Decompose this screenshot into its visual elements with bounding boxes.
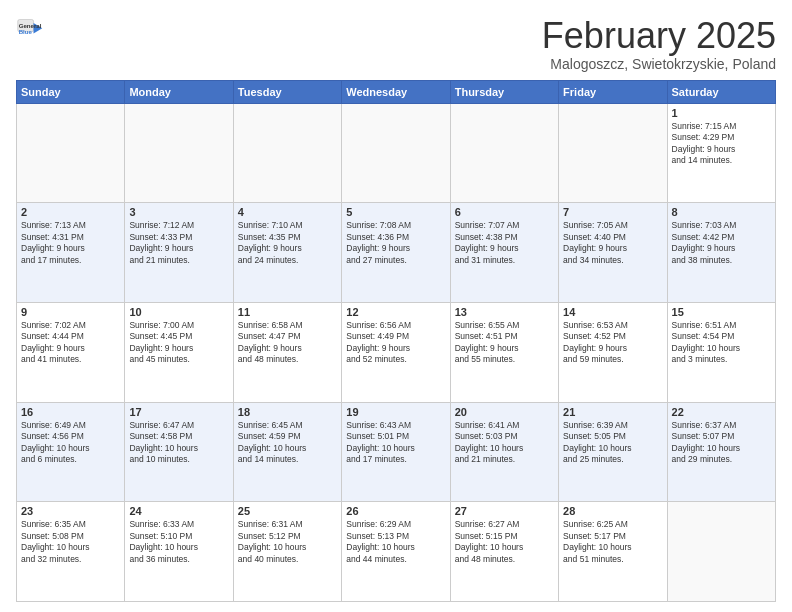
day-info: Sunrise: 7:10 AM Sunset: 4:35 PM Dayligh…	[238, 220, 337, 266]
table-row: 12Sunrise: 6:56 AM Sunset: 4:49 PM Dayli…	[342, 302, 450, 402]
logo: General Blue	[16, 16, 44, 44]
day-number: 4	[238, 206, 337, 218]
col-wednesday: Wednesday	[342, 80, 450, 103]
day-number: 18	[238, 406, 337, 418]
table-row: 5Sunrise: 7:08 AM Sunset: 4:36 PM Daylig…	[342, 203, 450, 303]
calendar-week-row: 1Sunrise: 7:15 AM Sunset: 4:29 PM Daylig…	[17, 103, 776, 203]
day-info: Sunrise: 6:35 AM Sunset: 5:08 PM Dayligh…	[21, 519, 120, 565]
day-info: Sunrise: 7:03 AM Sunset: 4:42 PM Dayligh…	[672, 220, 771, 266]
table-row: 7Sunrise: 7:05 AM Sunset: 4:40 PM Daylig…	[559, 203, 667, 303]
col-tuesday: Tuesday	[233, 80, 341, 103]
table-row: 26Sunrise: 6:29 AM Sunset: 5:13 PM Dayli…	[342, 502, 450, 602]
day-info: Sunrise: 6:25 AM Sunset: 5:17 PM Dayligh…	[563, 519, 662, 565]
day-info: Sunrise: 6:37 AM Sunset: 5:07 PM Dayligh…	[672, 420, 771, 466]
day-info: Sunrise: 6:41 AM Sunset: 5:03 PM Dayligh…	[455, 420, 554, 466]
day-info: Sunrise: 6:27 AM Sunset: 5:15 PM Dayligh…	[455, 519, 554, 565]
table-row: 21Sunrise: 6:39 AM Sunset: 5:05 PM Dayli…	[559, 402, 667, 502]
table-row: 2Sunrise: 7:13 AM Sunset: 4:31 PM Daylig…	[17, 203, 125, 303]
day-info: Sunrise: 7:08 AM Sunset: 4:36 PM Dayligh…	[346, 220, 445, 266]
day-number: 14	[563, 306, 662, 318]
month-title: February 2025	[542, 16, 776, 56]
day-info: Sunrise: 6:43 AM Sunset: 5:01 PM Dayligh…	[346, 420, 445, 466]
calendar-week-row: 2Sunrise: 7:13 AM Sunset: 4:31 PM Daylig…	[17, 203, 776, 303]
table-row: 17Sunrise: 6:47 AM Sunset: 4:58 PM Dayli…	[125, 402, 233, 502]
header: General Blue February 2025 Malogoszcz, S…	[16, 16, 776, 72]
calendar-table: Sunday Monday Tuesday Wednesday Thursday…	[16, 80, 776, 602]
day-number: 23	[21, 505, 120, 517]
day-number: 7	[563, 206, 662, 218]
table-row: 23Sunrise: 6:35 AM Sunset: 5:08 PM Dayli…	[17, 502, 125, 602]
table-row: 18Sunrise: 6:45 AM Sunset: 4:59 PM Dayli…	[233, 402, 341, 502]
day-number: 17	[129, 406, 228, 418]
table-row: 27Sunrise: 6:27 AM Sunset: 5:15 PM Dayli…	[450, 502, 558, 602]
page: General Blue February 2025 Malogoszcz, S…	[0, 0, 792, 612]
table-row	[125, 103, 233, 203]
table-row: 13Sunrise: 6:55 AM Sunset: 4:51 PM Dayli…	[450, 302, 558, 402]
calendar-header-row: Sunday Monday Tuesday Wednesday Thursday…	[17, 80, 776, 103]
day-number: 15	[672, 306, 771, 318]
day-info: Sunrise: 6:29 AM Sunset: 5:13 PM Dayligh…	[346, 519, 445, 565]
table-row: 1Sunrise: 7:15 AM Sunset: 4:29 PM Daylig…	[667, 103, 775, 203]
day-info: Sunrise: 6:47 AM Sunset: 4:58 PM Dayligh…	[129, 420, 228, 466]
day-info: Sunrise: 7:15 AM Sunset: 4:29 PM Dayligh…	[672, 121, 771, 167]
table-row	[667, 502, 775, 602]
day-info: Sunrise: 6:33 AM Sunset: 5:10 PM Dayligh…	[129, 519, 228, 565]
table-row: 28Sunrise: 6:25 AM Sunset: 5:17 PM Dayli…	[559, 502, 667, 602]
title-area: February 2025 Malogoszcz, Swietokrzyskie…	[542, 16, 776, 72]
day-info: Sunrise: 6:55 AM Sunset: 4:51 PM Dayligh…	[455, 320, 554, 366]
calendar-week-row: 23Sunrise: 6:35 AM Sunset: 5:08 PM Dayli…	[17, 502, 776, 602]
day-info: Sunrise: 6:49 AM Sunset: 4:56 PM Dayligh…	[21, 420, 120, 466]
table-row	[450, 103, 558, 203]
day-number: 8	[672, 206, 771, 218]
col-monday: Monday	[125, 80, 233, 103]
logo-icon: General Blue	[16, 16, 44, 44]
day-number: 1	[672, 107, 771, 119]
col-sunday: Sunday	[17, 80, 125, 103]
table-row	[233, 103, 341, 203]
day-info: Sunrise: 6:39 AM Sunset: 5:05 PM Dayligh…	[563, 420, 662, 466]
table-row: 14Sunrise: 6:53 AM Sunset: 4:52 PM Dayli…	[559, 302, 667, 402]
day-info: Sunrise: 6:45 AM Sunset: 4:59 PM Dayligh…	[238, 420, 337, 466]
day-number: 28	[563, 505, 662, 517]
day-number: 20	[455, 406, 554, 418]
day-number: 24	[129, 505, 228, 517]
day-number: 12	[346, 306, 445, 318]
table-row: 10Sunrise: 7:00 AM Sunset: 4:45 PM Dayli…	[125, 302, 233, 402]
day-number: 11	[238, 306, 337, 318]
day-number: 27	[455, 505, 554, 517]
table-row: 6Sunrise: 7:07 AM Sunset: 4:38 PM Daylig…	[450, 203, 558, 303]
location: Malogoszcz, Swietokrzyskie, Poland	[542, 56, 776, 72]
day-number: 16	[21, 406, 120, 418]
day-number: 25	[238, 505, 337, 517]
day-number: 3	[129, 206, 228, 218]
day-number: 6	[455, 206, 554, 218]
day-number: 5	[346, 206, 445, 218]
day-info: Sunrise: 7:00 AM Sunset: 4:45 PM Dayligh…	[129, 320, 228, 366]
day-number: 13	[455, 306, 554, 318]
day-info: Sunrise: 7:12 AM Sunset: 4:33 PM Dayligh…	[129, 220, 228, 266]
day-info: Sunrise: 6:53 AM Sunset: 4:52 PM Dayligh…	[563, 320, 662, 366]
day-info: Sunrise: 6:31 AM Sunset: 5:12 PM Dayligh…	[238, 519, 337, 565]
svg-text:Blue: Blue	[19, 28, 33, 35]
day-info: Sunrise: 7:07 AM Sunset: 4:38 PM Dayligh…	[455, 220, 554, 266]
table-row: 3Sunrise: 7:12 AM Sunset: 4:33 PM Daylig…	[125, 203, 233, 303]
table-row: 8Sunrise: 7:03 AM Sunset: 4:42 PM Daylig…	[667, 203, 775, 303]
col-saturday: Saturday	[667, 80, 775, 103]
table-row: 16Sunrise: 6:49 AM Sunset: 4:56 PM Dayli…	[17, 402, 125, 502]
table-row: 25Sunrise: 6:31 AM Sunset: 5:12 PM Dayli…	[233, 502, 341, 602]
calendar-week-row: 9Sunrise: 7:02 AM Sunset: 4:44 PM Daylig…	[17, 302, 776, 402]
day-info: Sunrise: 7:13 AM Sunset: 4:31 PM Dayligh…	[21, 220, 120, 266]
col-friday: Friday	[559, 80, 667, 103]
day-number: 19	[346, 406, 445, 418]
table-row: 11Sunrise: 6:58 AM Sunset: 4:47 PM Dayli…	[233, 302, 341, 402]
table-row: 19Sunrise: 6:43 AM Sunset: 5:01 PM Dayli…	[342, 402, 450, 502]
table-row: 24Sunrise: 6:33 AM Sunset: 5:10 PM Dayli…	[125, 502, 233, 602]
day-number: 21	[563, 406, 662, 418]
day-number: 9	[21, 306, 120, 318]
day-info: Sunrise: 7:05 AM Sunset: 4:40 PM Dayligh…	[563, 220, 662, 266]
table-row	[17, 103, 125, 203]
day-info: Sunrise: 6:51 AM Sunset: 4:54 PM Dayligh…	[672, 320, 771, 366]
col-thursday: Thursday	[450, 80, 558, 103]
day-info: Sunrise: 6:56 AM Sunset: 4:49 PM Dayligh…	[346, 320, 445, 366]
table-row: 22Sunrise: 6:37 AM Sunset: 5:07 PM Dayli…	[667, 402, 775, 502]
